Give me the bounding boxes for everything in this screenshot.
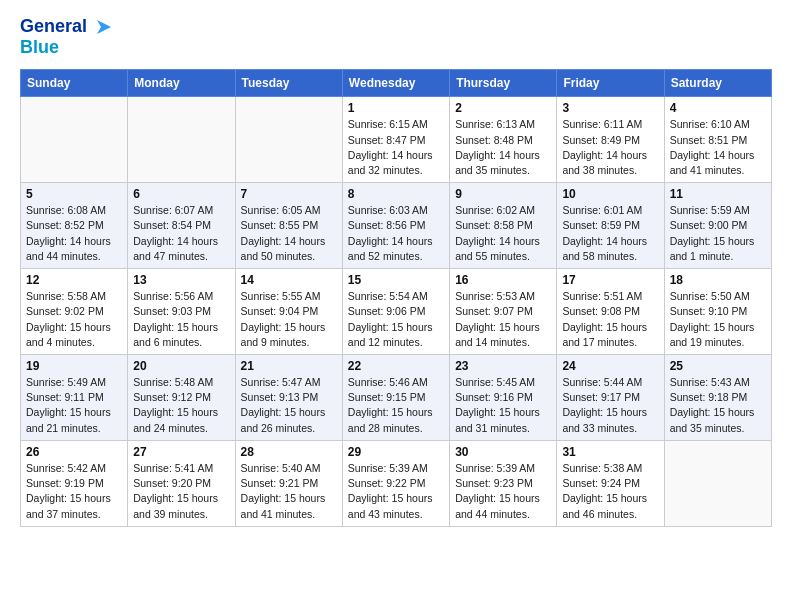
day-info: Sunrise: 5:46 AMSunset: 9:15 PMDaylight:… — [348, 375, 444, 436]
calendar-day-cell: 27Sunrise: 5:41 AMSunset: 9:20 PMDayligh… — [128, 440, 235, 526]
day-info: Sunrise: 6:07 AMSunset: 8:54 PMDaylight:… — [133, 203, 229, 264]
calendar-day-cell: 8Sunrise: 6:03 AMSunset: 8:56 PMDaylight… — [342, 183, 449, 269]
day-info: Sunrise: 5:41 AMSunset: 9:20 PMDaylight:… — [133, 461, 229, 522]
day-number: 16 — [455, 273, 551, 287]
day-number: 19 — [26, 359, 122, 373]
empty-day-cell — [128, 97, 235, 183]
day-info: Sunrise: 5:56 AMSunset: 9:03 PMDaylight:… — [133, 289, 229, 350]
calendar-day-cell: 2Sunrise: 6:13 AMSunset: 8:48 PMDaylight… — [450, 97, 557, 183]
day-number: 21 — [241, 359, 337, 373]
calendar-day-cell: 22Sunrise: 5:46 AMSunset: 9:15 PMDayligh… — [342, 355, 449, 441]
day-number: 29 — [348, 445, 444, 459]
day-number: 18 — [670, 273, 766, 287]
day-info: Sunrise: 5:55 AMSunset: 9:04 PMDaylight:… — [241, 289, 337, 350]
calendar-day-cell: 15Sunrise: 5:54 AMSunset: 9:06 PMDayligh… — [342, 269, 449, 355]
calendar-day-cell: 24Sunrise: 5:44 AMSunset: 9:17 PMDayligh… — [557, 355, 664, 441]
calendar-day-cell: 17Sunrise: 5:51 AMSunset: 9:08 PMDayligh… — [557, 269, 664, 355]
svg-marker-0 — [97, 20, 111, 34]
calendar-week-row: 5Sunrise: 6:08 AMSunset: 8:52 PMDaylight… — [21, 183, 772, 269]
calendar-day-cell: 26Sunrise: 5:42 AMSunset: 9:19 PMDayligh… — [21, 440, 128, 526]
logo-text: General Blue — [20, 16, 111, 57]
calendar-day-cell: 9Sunrise: 6:02 AMSunset: 8:58 PMDaylight… — [450, 183, 557, 269]
calendar-day-cell: 5Sunrise: 6:08 AMSunset: 8:52 PMDaylight… — [21, 183, 128, 269]
day-number: 14 — [241, 273, 337, 287]
day-number: 28 — [241, 445, 337, 459]
day-info: Sunrise: 6:13 AMSunset: 8:48 PMDaylight:… — [455, 117, 551, 178]
day-info: Sunrise: 6:03 AMSunset: 8:56 PMDaylight:… — [348, 203, 444, 264]
day-number: 31 — [562, 445, 658, 459]
page: General Blue SundayMondayTuesdayWednesda… — [0, 0, 792, 612]
calendar-day-cell: 31Sunrise: 5:38 AMSunset: 9:24 PMDayligh… — [557, 440, 664, 526]
calendar-day-cell: 23Sunrise: 5:45 AMSunset: 9:16 PMDayligh… — [450, 355, 557, 441]
day-info: Sunrise: 6:02 AMSunset: 8:58 PMDaylight:… — [455, 203, 551, 264]
calendar-table: SundayMondayTuesdayWednesdayThursdayFrid… — [20, 69, 772, 526]
day-info: Sunrise: 5:59 AMSunset: 9:00 PMDaylight:… — [670, 203, 766, 264]
day-number: 27 — [133, 445, 229, 459]
day-number: 5 — [26, 187, 122, 201]
day-info: Sunrise: 5:44 AMSunset: 9:17 PMDaylight:… — [562, 375, 658, 436]
day-info: Sunrise: 5:54 AMSunset: 9:06 PMDaylight:… — [348, 289, 444, 350]
calendar-day-cell: 25Sunrise: 5:43 AMSunset: 9:18 PMDayligh… — [664, 355, 771, 441]
calendar-day-cell: 20Sunrise: 5:48 AMSunset: 9:12 PMDayligh… — [128, 355, 235, 441]
header: General Blue — [20, 16, 772, 57]
calendar-day-cell: 19Sunrise: 5:49 AMSunset: 9:11 PMDayligh… — [21, 355, 128, 441]
calendar-week-row: 19Sunrise: 5:49 AMSunset: 9:11 PMDayligh… — [21, 355, 772, 441]
day-number: 7 — [241, 187, 337, 201]
calendar-week-row: 12Sunrise: 5:58 AMSunset: 9:02 PMDayligh… — [21, 269, 772, 355]
calendar-day-cell: 13Sunrise: 5:56 AMSunset: 9:03 PMDayligh… — [128, 269, 235, 355]
col-header-saturday: Saturday — [664, 70, 771, 97]
empty-day-cell — [664, 440, 771, 526]
day-number: 6 — [133, 187, 229, 201]
empty-day-cell — [235, 97, 342, 183]
day-info: Sunrise: 6:01 AMSunset: 8:59 PMDaylight:… — [562, 203, 658, 264]
day-number: 23 — [455, 359, 551, 373]
calendar-day-cell: 4Sunrise: 6:10 AMSunset: 8:51 PMDaylight… — [664, 97, 771, 183]
calendar-day-cell: 12Sunrise: 5:58 AMSunset: 9:02 PMDayligh… — [21, 269, 128, 355]
calendar-day-cell: 30Sunrise: 5:39 AMSunset: 9:23 PMDayligh… — [450, 440, 557, 526]
day-number: 13 — [133, 273, 229, 287]
day-info: Sunrise: 6:11 AMSunset: 8:49 PMDaylight:… — [562, 117, 658, 178]
day-number: 2 — [455, 101, 551, 115]
col-header-thursday: Thursday — [450, 70, 557, 97]
col-header-friday: Friday — [557, 70, 664, 97]
day-number: 22 — [348, 359, 444, 373]
day-info: Sunrise: 5:47 AMSunset: 9:13 PMDaylight:… — [241, 375, 337, 436]
day-info: Sunrise: 6:10 AMSunset: 8:51 PMDaylight:… — [670, 117, 766, 178]
calendar-day-cell: 21Sunrise: 5:47 AMSunset: 9:13 PMDayligh… — [235, 355, 342, 441]
day-info: Sunrise: 5:48 AMSunset: 9:12 PMDaylight:… — [133, 375, 229, 436]
calendar-header-row: SundayMondayTuesdayWednesdayThursdayFrid… — [21, 70, 772, 97]
logo: General Blue — [20, 16, 111, 57]
day-info: Sunrise: 6:15 AMSunset: 8:47 PMDaylight:… — [348, 117, 444, 178]
calendar-day-cell: 18Sunrise: 5:50 AMSunset: 9:10 PMDayligh… — [664, 269, 771, 355]
empty-day-cell — [21, 97, 128, 183]
col-header-tuesday: Tuesday — [235, 70, 342, 97]
day-number: 17 — [562, 273, 658, 287]
day-info: Sunrise: 5:58 AMSunset: 9:02 PMDaylight:… — [26, 289, 122, 350]
calendar-week-row: 1Sunrise: 6:15 AMSunset: 8:47 PMDaylight… — [21, 97, 772, 183]
day-number: 1 — [348, 101, 444, 115]
day-number: 9 — [455, 187, 551, 201]
day-number: 20 — [133, 359, 229, 373]
calendar-day-cell: 29Sunrise: 5:39 AMSunset: 9:22 PMDayligh… — [342, 440, 449, 526]
calendar-day-cell: 1Sunrise: 6:15 AMSunset: 8:47 PMDaylight… — [342, 97, 449, 183]
calendar-day-cell: 7Sunrise: 6:05 AMSunset: 8:55 PMDaylight… — [235, 183, 342, 269]
day-number: 12 — [26, 273, 122, 287]
day-info: Sunrise: 5:50 AMSunset: 9:10 PMDaylight:… — [670, 289, 766, 350]
day-info: Sunrise: 6:08 AMSunset: 8:52 PMDaylight:… — [26, 203, 122, 264]
day-number: 3 — [562, 101, 658, 115]
day-number: 26 — [26, 445, 122, 459]
calendar-day-cell: 16Sunrise: 5:53 AMSunset: 9:07 PMDayligh… — [450, 269, 557, 355]
calendar-day-cell: 28Sunrise: 5:40 AMSunset: 9:21 PMDayligh… — [235, 440, 342, 526]
blue-arrow-icon — [93, 18, 111, 36]
day-info: Sunrise: 5:43 AMSunset: 9:18 PMDaylight:… — [670, 375, 766, 436]
day-number: 8 — [348, 187, 444, 201]
calendar-week-row: 26Sunrise: 5:42 AMSunset: 9:19 PMDayligh… — [21, 440, 772, 526]
day-info: Sunrise: 5:45 AMSunset: 9:16 PMDaylight:… — [455, 375, 551, 436]
col-header-monday: Monday — [128, 70, 235, 97]
day-info: Sunrise: 5:51 AMSunset: 9:08 PMDaylight:… — [562, 289, 658, 350]
day-number: 11 — [670, 187, 766, 201]
day-info: Sunrise: 5:49 AMSunset: 9:11 PMDaylight:… — [26, 375, 122, 436]
col-header-sunday: Sunday — [21, 70, 128, 97]
day-info: Sunrise: 5:39 AMSunset: 9:23 PMDaylight:… — [455, 461, 551, 522]
day-number: 15 — [348, 273, 444, 287]
